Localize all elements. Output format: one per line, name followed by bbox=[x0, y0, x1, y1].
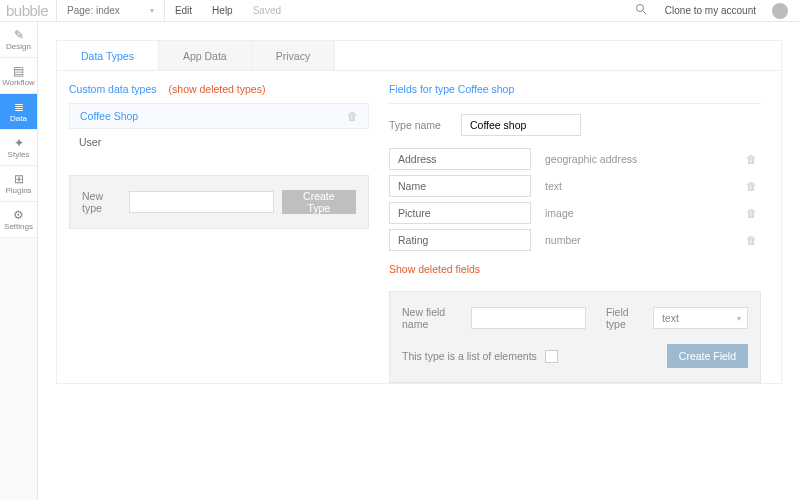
custom-types-heading: Custom data types bbox=[69, 83, 157, 95]
save-status: Saved bbox=[243, 5, 291, 16]
clone-link[interactable]: Clone to my account bbox=[655, 5, 766, 16]
field-list: Addressgeographic address🗑Nametext🗑Pictu… bbox=[389, 148, 761, 251]
type-name: User bbox=[79, 136, 101, 148]
plugins-icon: ⊞ bbox=[14, 173, 24, 185]
tab-data-types[interactable]: Data Types bbox=[57, 41, 159, 70]
fields-heading: Fields for type Coffee shop bbox=[389, 83, 761, 95]
type-item[interactable]: Coffee Shop🗑 bbox=[69, 103, 369, 129]
settings-icon: ⚙ bbox=[13, 209, 24, 221]
new-type-label: New type bbox=[82, 190, 121, 214]
field-name-input[interactable]: Address bbox=[389, 148, 531, 170]
new-field-name-label: New field name bbox=[402, 306, 461, 330]
sidebar-item-plugins[interactable]: ⊞Plugins bbox=[0, 166, 37, 202]
sidebar: ✎Design▤Workflow≣Data✦Styles⊞Plugins⚙Set… bbox=[0, 22, 38, 500]
sidebar-item-settings[interactable]: ⚙Settings bbox=[0, 202, 37, 238]
data-icon: ≣ bbox=[14, 101, 24, 113]
new-type-box: New type Create Type bbox=[69, 175, 369, 229]
show-deleted-types-link[interactable]: (show deleted types) bbox=[169, 83, 266, 95]
avatar[interactable] bbox=[772, 3, 788, 19]
field-row: Pictureimage🗑 bbox=[389, 202, 761, 224]
field-type-select[interactable]: text bbox=[653, 307, 748, 329]
design-icon: ✎ bbox=[14, 29, 24, 41]
field-type-label: image bbox=[545, 207, 728, 219]
menu-edit[interactable]: Edit bbox=[165, 5, 202, 16]
create-field-button[interactable]: Create Field bbox=[667, 344, 748, 368]
field-name-input[interactable]: Name bbox=[389, 175, 531, 197]
field-type-label: text bbox=[545, 180, 728, 192]
type-name-label: Type name bbox=[389, 119, 441, 131]
page-label: Page: index bbox=[67, 5, 120, 16]
type-list: Coffee Shop🗑User bbox=[69, 103, 369, 155]
new-type-input[interactable] bbox=[129, 191, 274, 213]
sidebar-item-label: Styles bbox=[8, 150, 30, 159]
trash-icon[interactable]: 🗑 bbox=[742, 234, 761, 246]
show-deleted-fields-link[interactable]: Show deleted fields bbox=[389, 263, 761, 275]
svg-line-1 bbox=[643, 11, 646, 14]
workflow-icon: ▤ bbox=[13, 65, 24, 77]
sidebar-item-label: Data bbox=[10, 114, 27, 123]
topbar: bubble Page: index ▾ Edit Help Saved Clo… bbox=[0, 0, 800, 22]
logo: bubble bbox=[6, 2, 56, 19]
field-type-label: geographic address bbox=[545, 153, 728, 165]
trash-icon[interactable]: 🗑 bbox=[742, 207, 761, 219]
sidebar-item-label: Settings bbox=[4, 222, 33, 231]
field-name-input[interactable]: Rating bbox=[389, 229, 531, 251]
sidebar-item-label: Plugins bbox=[5, 186, 31, 195]
field-row: Addressgeographic address🗑 bbox=[389, 148, 761, 170]
chevron-down-icon: ▾ bbox=[150, 6, 154, 15]
sidebar-item-design[interactable]: ✎Design bbox=[0, 22, 37, 58]
search-icon[interactable] bbox=[627, 3, 655, 18]
create-type-button[interactable]: Create Type bbox=[282, 190, 356, 214]
trash-icon[interactable]: 🗑 bbox=[742, 180, 761, 192]
sidebar-item-label: Workflow bbox=[2, 78, 35, 87]
field-row: Nametext🗑 bbox=[389, 175, 761, 197]
trash-icon[interactable]: 🗑 bbox=[347, 110, 358, 122]
type-name-input[interactable] bbox=[461, 114, 581, 136]
tabs: Data TypesApp DataPrivacy bbox=[57, 41, 781, 71]
field-type-label: Field type bbox=[606, 306, 643, 330]
field-type-label: number bbox=[545, 234, 728, 246]
page-selector[interactable]: Page: index ▾ bbox=[56, 0, 165, 21]
menu-help[interactable]: Help bbox=[202, 5, 243, 16]
new-field-name-input[interactable] bbox=[471, 307, 586, 329]
styles-icon: ✦ bbox=[14, 137, 24, 149]
field-name-input[interactable]: Picture bbox=[389, 202, 531, 224]
list-checkbox-label: This type is a list of elements bbox=[402, 350, 537, 362]
tab-privacy[interactable]: Privacy bbox=[252, 41, 335, 70]
tab-app-data[interactable]: App Data bbox=[159, 41, 252, 70]
sidebar-item-workflow[interactable]: ▤Workflow bbox=[0, 58, 37, 94]
field-row: Ratingnumber🗑 bbox=[389, 229, 761, 251]
sidebar-item-data[interactable]: ≣Data bbox=[0, 94, 37, 130]
svg-point-0 bbox=[636, 5, 643, 12]
type-item[interactable]: User bbox=[69, 129, 369, 155]
sidebar-item-label: Design bbox=[6, 42, 31, 51]
type-name: Coffee Shop bbox=[80, 110, 138, 122]
trash-icon[interactable]: 🗑 bbox=[742, 153, 761, 165]
list-checkbox[interactable] bbox=[545, 350, 558, 363]
new-field-box: New field name Field type text This type… bbox=[389, 291, 761, 383]
sidebar-item-styles[interactable]: ✦Styles bbox=[0, 130, 37, 166]
